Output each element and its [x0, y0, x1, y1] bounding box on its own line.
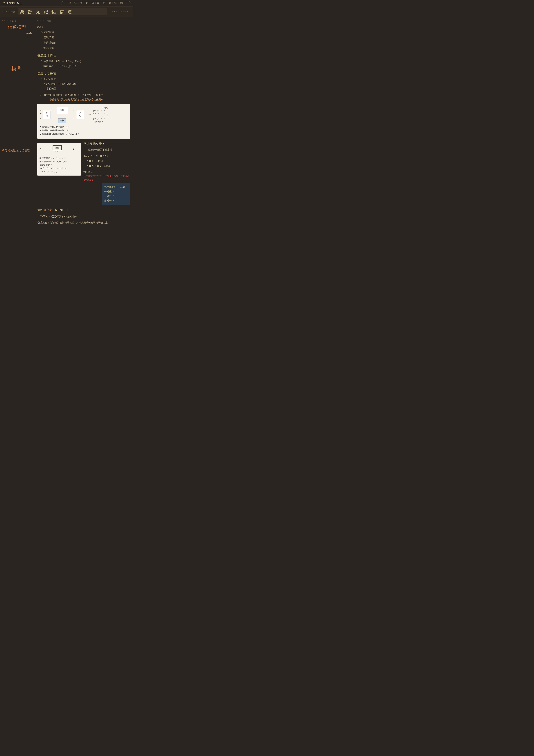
- keywords-label: NOTES | 笔记: [2, 19, 32, 22]
- notes-area: NOTES | 笔记 I/O： 离散信道 连续信道 半连续信道 波形信道 信道统…: [34, 17, 133, 230]
- mutual-info-section: 平均互信息量： 先 确 一 端的不确定性 I(X;Y) = H(X) - H(X…: [84, 141, 130, 205]
- prev-button[interactable]: <: [64, 2, 65, 5]
- sink-box: 信宿: [77, 111, 84, 119]
- header-title: CONTENT: [3, 1, 23, 5]
- title-meta: / / X L B G C C N E: [111, 11, 131, 13]
- page-10[interactable]: 10: [68, 2, 71, 5]
- keyword-model-section: 模 型: [2, 65, 32, 72]
- channel-diagram-2: X ——→ 信道 p(y|x) ——→ Y 输入符号集合：A = {a₁, a₂…: [37, 143, 81, 176]
- noise-label: 干扰: [58, 119, 66, 123]
- title-row: TITLE | 标题 离 散 无 记 忆 信 道 / / X L B G C C…: [0, 7, 133, 17]
- equivocation-section: 信道 疑义度（损失熵）： H(X|Y) = -∑ⱼ∑ᵢ P(Xᵢyⱼ) log …: [37, 207, 130, 225]
- page-50[interactable]: 50: [91, 2, 94, 5]
- io-count-section: I/O 数目：两端信道：输入/输出只有一个事件集合，单用户 多端信道：至少一端有…: [37, 93, 130, 102]
- page-20[interactable]: 20: [74, 2, 77, 5]
- page-60[interactable]: 60: [97, 2, 100, 5]
- notes-label: NOTES | 笔记: [37, 19, 130, 22]
- main-area: NOTES | 笔记 信道模型 分类 模 型 单符号离散无记忆信道 NOTES …: [0, 17, 133, 230]
- keyword-model: 模 型: [2, 65, 32, 72]
- page-70[interactable]: 70: [102, 2, 106, 5]
- keyword-single-channel-section: 单符号离散无记忆信道: [2, 83, 32, 153]
- source-box: 信源: [43, 111, 51, 119]
- pagination[interactable]: < | 10 | 20 | 30 | 40 | 50 | 60 | 70 | 8…: [61, 1, 131, 5]
- keywords-section: NOTES | 笔记 信道模型 分类: [2, 19, 32, 36]
- page-40[interactable]: 40: [85, 2, 89, 5]
- page-100[interactable]: 100: [119, 2, 124, 5]
- page-90[interactable]: 90: [114, 2, 117, 5]
- io-section: I/O： 离散信道 连续信道 半连续信道 波形信道: [37, 24, 130, 51]
- keyword-channel-model: 信道模型: [2, 24, 32, 30]
- page-80[interactable]: 80: [108, 2, 111, 5]
- channel-box-2: 信道: [53, 146, 62, 150]
- channel-diagram-1: X₁ X₂ ⋮ Xₙ 信源 → 信道 干扰 →: [37, 104, 130, 139]
- memory-section: 信道记忆特性 无记忆信道： 有记忆信道：自适应传输技术 多径效应: [37, 70, 130, 91]
- channel-box: 信道: [56, 107, 68, 114]
- header: CONTENT < | 10 | 20 | 30 | 40 | 50 | 60 …: [0, 0, 133, 7]
- next-button[interactable]: >: [126, 2, 129, 5]
- sticky-note: 损失熵为0，不存在： 一对应 ✓ 一对多 ✓ 多对一 ✗: [102, 183, 130, 205]
- title-label: TITLE | 标题: [3, 11, 15, 13]
- page-30[interactable]: 30: [80, 2, 83, 5]
- keyword-classify: 分类: [2, 32, 32, 36]
- document-title: 离 散 无 记 忆 信 道: [18, 8, 108, 15]
- sidebar: NOTES | 笔记 信道模型 分类 模 型 单符号离散无记忆信道: [0, 17, 34, 230]
- statistical-section: 信道统计特性 恒参信道：对∀n,m，P(Yₙ=j | Xₘ=i) 随参信道 =P…: [37, 52, 130, 68]
- keyword-single-channel: 单符号离散无记忆信道: [2, 148, 32, 153]
